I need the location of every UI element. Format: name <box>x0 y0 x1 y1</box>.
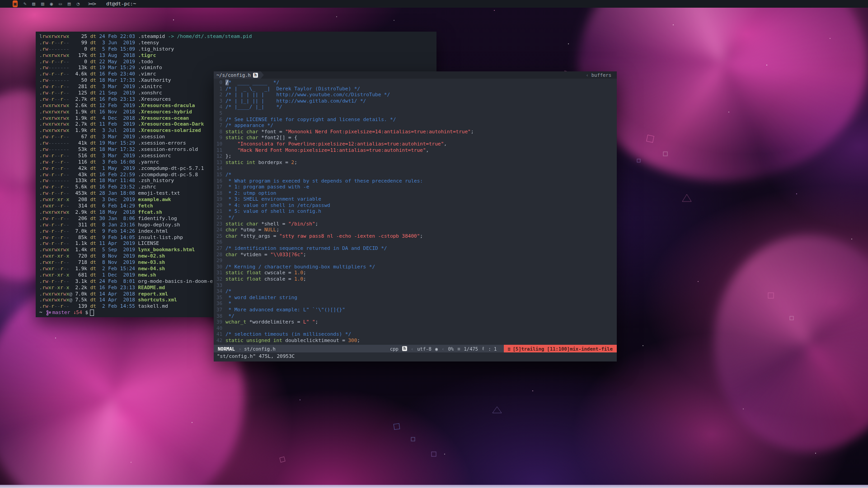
code-line: 23 static char *shell = "/bin/sh"; <box>216 221 617 227</box>
code-line: 32 static float chscale = 1.0; <box>216 276 617 282</box>
code-line: 35 * word delimiter string <box>216 295 617 301</box>
file-permissions: .rw-r--r-- <box>39 240 72 246</box>
diagnostics-text: [5]trailing [11:100]mix-indent-file <box>513 346 613 352</box>
file-permissions: .rwxrwxrwx@ <box>39 297 72 303</box>
file-permissions: .rwxr--r-- <box>39 259 72 265</box>
file-permissions: .rw-r--r-- <box>39 96 72 102</box>
tab-config-h[interactable]: ~/s/config.h h <box>214 71 261 79</box>
tab-separator-arrow <box>261 71 264 79</box>
code-line: 1 /* | _ \_ _| Derek Taylor (DistroTube)… <box>216 86 617 92</box>
edit-icon[interactable]: ✎ <box>23 0 27 7</box>
cursor-column: : 1 <box>488 346 497 352</box>
tabline: ~/s/config.h h ‹ buffers <box>214 71 617 79</box>
statusline-right: cpp h ‹ utf-8 ◉ ‹ 0% ≡ 1/475 ℓ : 1 ≡ [5]… <box>390 345 617 352</box>
graphics-icon[interactable]: ▨ <box>32 0 35 7</box>
workspace-active-icon[interactable]: ▣ <box>13 0 18 7</box>
code-line: 15 /* <box>216 172 617 178</box>
topbar-icons: ▣✎▨▥◉▭▤◔ <box>13 0 80 7</box>
code-line: 27 /* identification sequence returned i… <box>216 245 617 252</box>
file-permissions: .rwxrwxrwx <box>39 52 72 58</box>
code-line: 10 "Inconsolata for Powerline:pixelsize=… <box>216 141 617 147</box>
code-area[interactable]: 0 /* ____ _____ */ 1 /* | _ \_ _| Derek … <box>214 79 617 345</box>
chart-icon[interactable]: ▥ <box>41 0 44 7</box>
code-line: 16 * What program is execed by st depend… <box>216 178 617 184</box>
code-line: 8 static char *font = "Mononoki Nerd Fon… <box>216 129 617 135</box>
code-line: 12 }; <box>216 153 617 160</box>
git-branch-icon <box>46 310 51 316</box>
list-icon: ≡ <box>457 346 460 352</box>
filetype-icon: h <box>402 346 407 351</box>
code-line: 6 /* See LICENSE file for copyright and … <box>216 117 617 123</box>
editor-cursor: / <box>225 80 229 85</box>
prompt-cwd: ~ <box>39 310 42 316</box>
code-line: 19 * 3: SHELL environment variable <box>216 196 617 202</box>
code-line: 36 * <box>216 300 617 307</box>
code-line: 3 /* | |_| || | http://www.gitlab.com/dw… <box>216 98 617 104</box>
file-permissions: .rw-r--r-- <box>39 40 72 46</box>
code-line: 0 /* ____ _____ */ <box>216 80 617 86</box>
scroll-percent: 0% <box>448 346 454 352</box>
file-permissions: .rw-r--r-- <box>39 303 72 309</box>
code-line: 37 * More advanced example: L" `'\"()[]{… <box>216 307 617 313</box>
code-line: 2 /* | | | || | http://www.youtube.com/c… <box>216 92 617 98</box>
chevron-left-icon: ‹ <box>411 346 413 352</box>
files-icon[interactable]: ▤ <box>68 0 71 7</box>
code-line: 28 char *vtiden = "\\033[?6c"; <box>216 252 617 258</box>
file-permissions: .rw------- <box>39 46 72 52</box>
file-permissions: .rw-r--r-- <box>39 228 72 234</box>
file-permissions: .rwxrwxrwx <box>39 127 72 133</box>
prompt-space <box>82 310 85 316</box>
code-line: 22 */ <box>216 215 617 221</box>
file-row: lrwxrwxrwx 25 dt 24 Feb 22:03 .steampid … <box>39 33 436 40</box>
tab-buffers[interactable]: ‹ buffers <box>586 71 617 79</box>
list-icon: ≡ <box>507 346 510 352</box>
code-line: 9 static char *font2[] = { <box>216 135 617 141</box>
code-line: 13 static int borderpx = 2; <box>216 160 617 166</box>
file-permissions: .rwxr--r-- <box>39 203 72 209</box>
file-permissions: .rw-r--r-- <box>39 190 72 196</box>
file-permissions: .rwxr-xr-x <box>39 253 72 259</box>
chevron-left-icon: ‹ <box>441 346 444 352</box>
code-line: 29 <box>216 258 617 264</box>
file-permissions: .rw------- <box>39 77 72 83</box>
code-line: 24 char *utmp = NULL; <box>216 227 617 233</box>
prompt-behind-count: ↓54 <box>73 310 82 316</box>
filetype-label: cpp <box>390 346 399 352</box>
file-permissions: .rwxrwxrwx <box>39 209 72 215</box>
file-permissions: .rw-r--r-- <box>39 90 72 96</box>
terminal-cursor <box>90 310 94 316</box>
file-permissions: .rw-r--r-- <box>39 222 72 228</box>
prompt-git-branch: master <box>52 310 70 316</box>
buffers-label: buffers <box>591 72 611 78</box>
wallpaper-swirl <box>578 0 868 181</box>
file-permissions: .rw-r--r-- <box>39 184 72 190</box>
file-permissions: .rw-r--r-- <box>39 278 72 284</box>
code-line: 20 * 4: value of shell in /etc/passwd <box>216 202 617 209</box>
file-permissions: .rwxrwxrwx <box>39 109 72 115</box>
clock-icon[interactable]: ◔ <box>76 0 80 7</box>
code-line: 7 /* appearance */ <box>216 122 617 129</box>
tab-filename: ~/s/config.h <box>216 72 251 78</box>
prompt-symbol: $ <box>85 310 89 316</box>
file-row: .rw-r--r-- 99 dt 3 Jun 2019 .teensy <box>39 40 436 46</box>
code-line: 26 <box>216 239 617 245</box>
code-line: 25 char *stty_args = "stty raw pass8 nl … <box>216 233 617 239</box>
encoding-label: utf-8 <box>417 346 432 352</box>
statusline-filename: st/config.h <box>244 346 276 352</box>
wallpaper-swirl <box>714 235 868 452</box>
fish-shell-glyph: ><> <box>88 1 96 7</box>
file-permissions: .rw------- <box>39 146 72 152</box>
file-permissions: lrwxrwxrwx <box>39 33 72 39</box>
file-permissions: .rwxrwxrwx <box>39 247 72 253</box>
camera-icon[interactable]: ◉ <box>50 0 53 7</box>
code-line: 5 <box>216 110 617 117</box>
file-permissions: .rw-r--r-- <box>39 165 72 171</box>
file-permissions: .rw-r--r-- <box>39 172 72 178</box>
prompt-space <box>70 310 73 316</box>
file-permissions: .rwxr-xr-x <box>39 285 72 291</box>
file-permissions: .rw------- <box>39 65 72 70</box>
display-icon[interactable]: ▭ <box>59 0 62 7</box>
code-line: 14 <box>216 165 617 172</box>
code-line: 40 <box>216 325 617 332</box>
editor-window[interactable]: ~/s/config.h h ‹ buffers 0 /* ____ _____… <box>214 71 617 361</box>
